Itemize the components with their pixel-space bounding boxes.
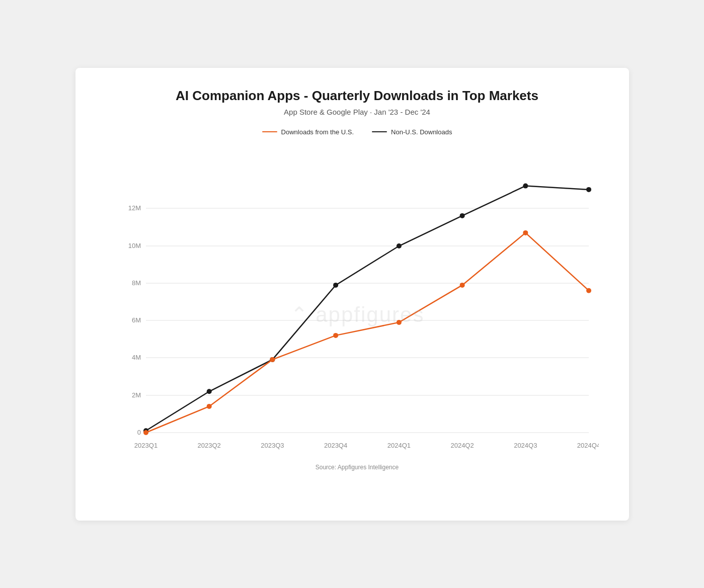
x-label-2024q3: 2024Q3 xyxy=(514,442,537,449)
us-dot-7 xyxy=(586,288,591,293)
y-label-0: 0 xyxy=(137,429,140,436)
non-us-dot-5 xyxy=(459,213,464,218)
watermark: ⌃ appfigures xyxy=(290,303,424,326)
legend-label-non-us: Non-U.S. Downloads xyxy=(391,128,452,136)
chart-subtitle: App Store & Google Play · Jan '23 - Dec … xyxy=(116,108,599,116)
y-label-6m: 6M xyxy=(131,316,140,324)
source-text: Source: Appfigures Intelligence xyxy=(116,464,599,471)
legend-label-us: Downloads from the U.S. xyxy=(281,128,354,136)
chart-svg: 0 2M 4M 6M 8M 10M 12M 2023Q1 2023Q2 2023… xyxy=(116,146,599,458)
non-us-dot-7 xyxy=(586,187,591,192)
chart-legend: Downloads from the U.S. Non-U.S. Downloa… xyxy=(116,128,599,136)
legend-line-us xyxy=(262,131,277,133)
chart-title: AI Companion Apps - Quarterly Downloads … xyxy=(116,88,599,104)
chart-container: AI Companion Apps - Quarterly Downloads … xyxy=(75,68,629,521)
legend-item-non-us: Non-U.S. Downloads xyxy=(372,128,452,136)
non-us-dot-1 xyxy=(206,389,211,394)
us-dot-2 xyxy=(270,357,275,362)
legend-item-us: Downloads from the U.S. xyxy=(262,128,354,136)
y-label-10m: 10M xyxy=(128,242,140,249)
y-label-12m: 12M xyxy=(128,204,140,212)
x-label-2023q4: 2023Q4 xyxy=(324,442,347,449)
x-label-2023q1: 2023Q1 xyxy=(134,442,157,449)
y-label-4m: 4M xyxy=(131,354,140,361)
non-us-dot-6 xyxy=(523,183,528,188)
x-label-2024q4: 2024Q4 xyxy=(577,442,598,449)
y-label-2m: 2M xyxy=(131,391,140,399)
chart-area: 0 2M 4M 6M 8M 10M 12M 2023Q1 2023Q2 2023… xyxy=(116,146,599,458)
y-label-8m: 8M xyxy=(131,279,140,287)
us-dot-3 xyxy=(333,332,338,338)
non-us-dot-3 xyxy=(333,282,338,287)
x-label-2023q3: 2023Q3 xyxy=(261,442,284,449)
us-dot-6 xyxy=(523,230,528,235)
us-line xyxy=(146,232,589,432)
us-dot-1 xyxy=(206,403,211,408)
non-us-dot-4 xyxy=(396,243,401,248)
us-dot-5 xyxy=(459,282,464,287)
x-label-2024q2: 2024Q2 xyxy=(450,442,474,449)
x-label-2023q2: 2023Q2 xyxy=(197,442,220,449)
legend-line-non-us xyxy=(372,131,387,133)
us-dot-0 xyxy=(143,430,148,435)
x-label-2024q1: 2024Q1 xyxy=(387,442,410,449)
